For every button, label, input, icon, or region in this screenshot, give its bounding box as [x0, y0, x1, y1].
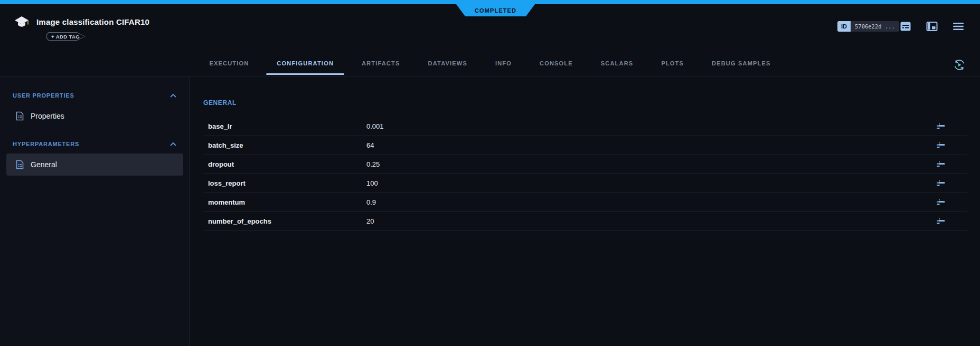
- status-color-strip: [0, 0, 980, 4]
- user-properties-title: USER PROPERTIES: [13, 92, 74, 99]
- tab-plots[interactable]: PLOTS: [651, 54, 694, 76]
- experiment-id-badge[interactable]: ID 5706e22d ...: [837, 21, 899, 32]
- param-value: 20: [366, 217, 374, 225]
- detail-tabbar: EXECUTION CONFIGURATION ARTIFACTS DATAVI…: [0, 54, 980, 76]
- param-value: 100: [366, 179, 378, 187]
- param-name: batch_size: [208, 141, 366, 149]
- menu-button[interactable]: [952, 20, 965, 33]
- table-row: momentum 0.9: [203, 193, 967, 212]
- chevron-up-icon[interactable]: [170, 142, 176, 146]
- bars-icon: [937, 199, 946, 206]
- auto-refresh-icon: [953, 59, 966, 71]
- bars-icon: [937, 218, 946, 225]
- param-value: 0.25: [366, 160, 380, 168]
- param-chart-button[interactable]: [936, 141, 947, 150]
- add-tag-label: + ADD TAG: [46, 32, 86, 41]
- tab-scalars[interactable]: SCALARS: [590, 54, 644, 76]
- param-name: base_lr: [208, 122, 366, 130]
- experiment-cap-icon: [14, 15, 30, 30]
- param-chart-button[interactable]: [936, 217, 947, 226]
- split-view-button[interactable]: [926, 20, 938, 33]
- tab-dataviews[interactable]: DATAVIEWS: [418, 54, 478, 76]
- param-name: number_of_epochs: [208, 217, 366, 225]
- add-tag-button[interactable]: + ADD TAG: [46, 32, 86, 41]
- hyperparameters-header[interactable]: HYPERPARAMETERS: [0, 140, 190, 148]
- param-name: momentum: [208, 198, 366, 206]
- param-name: dropout: [208, 160, 366, 168]
- param-value: 0.001: [366, 122, 384, 130]
- sidebar-item-label: Properties: [31, 112, 64, 120]
- sidebar-item-properties[interactable]: Properties: [6, 105, 183, 127]
- tab-configuration[interactable]: CONFIGURATION: [266, 54, 344, 76]
- parameters-panel: GENERAL base_lr 0.001 bat: [190, 76, 980, 346]
- details-icon: [900, 21, 911, 32]
- sidebar-section-user-properties: USER PROPERTIES Properties: [0, 91, 190, 127]
- param-chart-button[interactable]: [936, 198, 947, 207]
- id-badge-value: 5706e22d ...: [851, 21, 899, 32]
- status-banner-label: COMPLETED: [475, 7, 516, 14]
- tab-console[interactable]: CONSOLE: [529, 54, 583, 76]
- table-row: dropout 0.25: [203, 155, 967, 174]
- sidebar-section-hyperparameters: HYPERPARAMETERS General: [0, 140, 190, 176]
- chevron-up-icon[interactable]: [170, 94, 176, 98]
- document-icon: [16, 160, 24, 169]
- content-area: USER PROPERTIES Properties HYPERP: [0, 76, 980, 346]
- tab-info[interactable]: INFO: [485, 54, 522, 76]
- tab-execution[interactable]: EXECUTION: [199, 54, 259, 76]
- tab-artifacts[interactable]: ARTIFACTS: [351, 54, 411, 76]
- param-chart-button[interactable]: [936, 122, 947, 131]
- bars-icon: [937, 161, 946, 168]
- details-panel-button[interactable]: [899, 20, 912, 33]
- id-badge-label: ID: [837, 21, 851, 32]
- param-value: 64: [366, 141, 374, 149]
- status-banner: COMPLETED: [456, 4, 535, 16]
- tab-debug-samples[interactable]: DEBUG SAMPLES: [701, 54, 781, 76]
- sidebar-item-general[interactable]: General: [6, 153, 183, 176]
- experiment-detail-screen: COMPLETED Image classification CIFAR10 +…: [0, 0, 980, 346]
- table-row: number_of_epochs 20: [203, 212, 967, 231]
- param-name: loss_report: [208, 179, 366, 187]
- section-title: GENERAL: [203, 99, 967, 107]
- bars-icon: [937, 123, 946, 130]
- hamburger-menu-icon: [953, 22, 964, 31]
- split-view-icon: [926, 21, 938, 32]
- parameter-table: base_lr 0.001 batch_size 64: [203, 117, 967, 231]
- document-icon: [16, 111, 24, 121]
- param-chart-button[interactable]: [936, 179, 947, 188]
- user-properties-header[interactable]: USER PROPERTIES: [0, 91, 190, 100]
- bars-icon: [937, 142, 946, 149]
- hyperparameters-title: HYPERPARAMETERS: [13, 141, 79, 147]
- bars-icon: [937, 180, 946, 187]
- sidebar-item-label: General: [31, 160, 57, 169]
- table-row: batch_size 64: [203, 136, 967, 155]
- table-row: base_lr 0.001: [203, 117, 967, 136]
- page-title: Image classification CIFAR10: [36, 17, 149, 26]
- param-chart-button[interactable]: [936, 160, 947, 169]
- table-row: loss_report 100: [203, 174, 967, 193]
- configuration-sidebar: USER PROPERTIES Properties HYPERP: [0, 76, 190, 346]
- param-value: 0.9: [366, 198, 376, 206]
- auto-refresh-button[interactable]: [953, 58, 966, 72]
